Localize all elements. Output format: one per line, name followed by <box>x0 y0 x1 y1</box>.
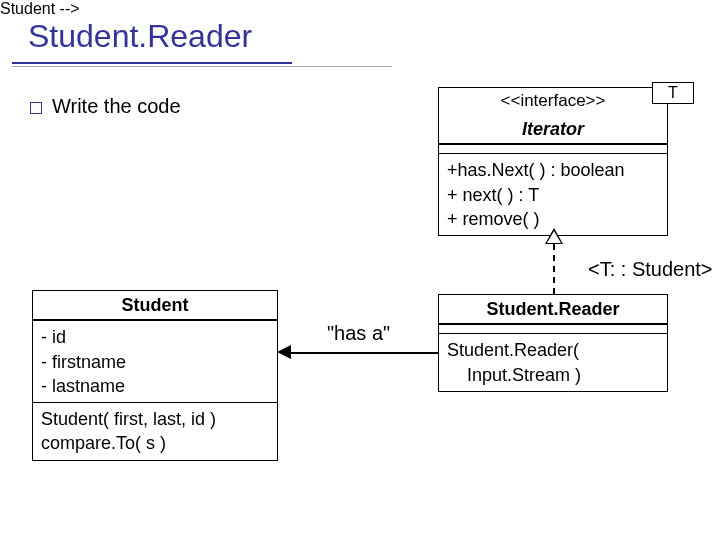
bullet-text: Write the code <box>52 95 181 117</box>
iterator-name: Iterator <box>439 115 667 144</box>
realization-arrowhead-icon <box>545 228 563 244</box>
reader-op: Input.Stream ) <box>447 363 659 387</box>
bullet-icon <box>30 102 42 114</box>
student-attr: - firstname <box>41 350 269 374</box>
iterator-op: +has.Next( ) : boolean <box>447 158 659 182</box>
title-underline-shadow <box>12 66 392 67</box>
student-op: compare.To( s ) <box>41 431 269 455</box>
student-op: Student( first, last, id ) <box>41 407 269 431</box>
reader-ops: Student.Reader( Input.Stream ) <box>439 333 667 391</box>
iterator-type-param: T <box>652 82 694 104</box>
iterator-stereotype: <<interface>> <box>439 88 667 115</box>
realization-line <box>553 244 555 294</box>
iterator-op: + next( ) : T <box>447 183 659 207</box>
student-attr: - id <box>41 325 269 349</box>
binding-label: <T: : Student> <box>588 258 713 281</box>
student-attrs: - id - firstname - lastname <box>33 320 277 402</box>
uml-iterator: <<interface>> Iterator +has.Next( ) : bo… <box>438 87 668 236</box>
uml-student: Student - id - firstname - lastname Stud… <box>32 290 278 461</box>
student-name: Student <box>33 291 277 320</box>
page-title: Student.Reader <box>28 18 252 55</box>
title-underline <box>12 62 292 64</box>
iterator-ops: +has.Next( ) : boolean + next( ) : T + r… <box>439 153 667 235</box>
reader-name: Student.Reader <box>439 295 667 324</box>
iterator-attrs-empty <box>439 144 667 153</box>
student-ops: Student( first, last, id ) compare.To( s… <box>33 402 277 460</box>
student-attr: - lastname <box>41 374 269 398</box>
association-line <box>290 352 438 354</box>
bullet-write-code: Write the code <box>30 95 181 118</box>
association-arrowhead-icon <box>277 345 291 359</box>
association-label: "has a" <box>327 322 390 345</box>
reader-attrs-empty <box>439 324 667 333</box>
reader-op: Student.Reader( <box>447 338 659 362</box>
uml-student-reader: Student.Reader Student.Reader( Input.Str… <box>438 294 668 392</box>
